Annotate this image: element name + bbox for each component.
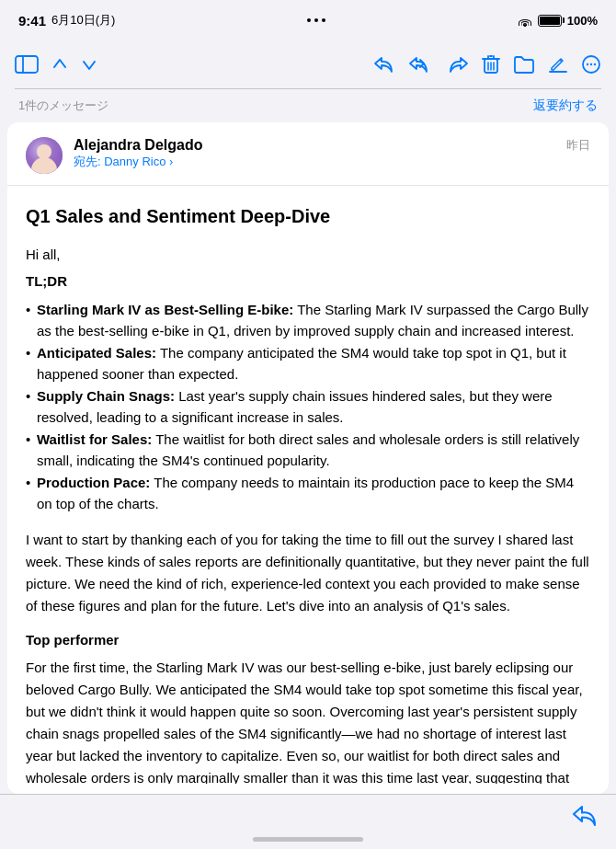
sender-name: Alejandra Delgado xyxy=(74,137,555,154)
move-to-folder-button[interactable] xyxy=(513,55,535,74)
home-indicator xyxy=(253,837,363,842)
device-frame: 9:41 6月10日(月) 100% xyxy=(0,0,616,849)
message-count-bar: 1件のメッセージ 返要約する xyxy=(0,89,616,122)
email-date: 昨日 xyxy=(566,137,590,154)
bullet-item: Supply Chain Snags: Last year's supply c… xyxy=(26,386,590,428)
svg-rect-0 xyxy=(16,56,38,73)
email-subject: Q1 Sales and Sentiment Deep-Dive xyxy=(26,204,590,228)
next-message-button[interactable] xyxy=(81,54,97,75)
battery-percent: 100% xyxy=(567,14,598,28)
email-meta-right: 昨日 xyxy=(566,137,590,154)
more-options-button[interactable] xyxy=(581,54,601,75)
wifi-icon xyxy=(518,15,532,26)
status-bar: 9:41 6月10日(月) 100% xyxy=(0,0,616,40)
to-chevron: › xyxy=(169,155,173,168)
svg-point-13 xyxy=(587,63,588,65)
status-bar-left: 9:41 6月10日(月) xyxy=(18,12,115,29)
toolbar-left xyxy=(15,54,373,75)
previous-message-button[interactable] xyxy=(51,54,68,75)
email-greeting: Hi all, xyxy=(26,247,590,262)
wifi-dot xyxy=(523,24,526,27)
dot1 xyxy=(307,18,311,22)
delete-button[interactable] xyxy=(482,54,500,75)
main-toolbar xyxy=(0,40,616,88)
status-date: 6月10日(月) xyxy=(51,12,115,29)
status-bar-center xyxy=(307,18,325,22)
compose-button[interactable] xyxy=(548,54,568,75)
svg-point-14 xyxy=(590,63,592,65)
email-header: Alejandra Delgado 宛先: Danny Rico › 昨日 xyxy=(7,122,609,186)
sender-avatar xyxy=(26,137,63,174)
email-card: Alejandra Delgado 宛先: Danny Rico › 昨日 Q1… xyxy=(7,122,609,794)
bullet-item: Waitlist for Sales: The waitlist for bot… xyxy=(26,430,590,471)
avatar-image xyxy=(26,137,63,174)
email-tldr: TL;DR xyxy=(26,273,590,289)
dot2 xyxy=(314,18,318,22)
dot3 xyxy=(322,18,325,22)
bullet-list: Starling Mark IV as Best-Selling E-bike:… xyxy=(26,300,590,514)
message-count: 1件のメッセージ xyxy=(18,98,108,114)
forward-button[interactable] xyxy=(447,54,469,75)
email-paragraph-1: I want to start by thanking each of you … xyxy=(26,529,590,617)
bullet-item: Production Pace: The company needs to ma… xyxy=(26,473,590,514)
reply-button[interactable] xyxy=(373,54,395,75)
battery-fill xyxy=(540,17,560,25)
toolbar-right xyxy=(373,54,601,75)
email-paragraph-2: For the first time, the Starling Mark IV… xyxy=(26,657,590,784)
bullet-item: Starling Mark IV as Best-Selling E-bike:… xyxy=(26,300,590,341)
status-bar-right: 100% xyxy=(518,14,598,28)
content-area: Alejandra Delgado 宛先: Danny Rico › 昨日 Q1… xyxy=(0,122,616,794)
status-time: 9:41 xyxy=(18,13,46,29)
email-section-title: Top performer xyxy=(26,632,590,648)
sidebar-toggle-button[interactable] xyxy=(15,55,39,74)
svg-point-15 xyxy=(594,63,596,65)
sender-info: Alejandra Delgado 宛先: Danny Rico › xyxy=(74,137,555,170)
to-label: 宛先: Danny Rico xyxy=(74,155,165,168)
reply-all-button[interactable] xyxy=(408,54,434,75)
email-body: Q1 Sales and Sentiment Deep-Dive Hi all,… xyxy=(7,186,609,784)
summarize-button[interactable]: 返要約する xyxy=(533,98,598,114)
battery-icon xyxy=(538,15,562,27)
reply-icon-button[interactable] xyxy=(572,804,598,832)
bullet-item: Anticipated Sales: The company anticipat… xyxy=(26,343,590,384)
sender-to[interactable]: 宛先: Danny Rico › xyxy=(74,154,555,170)
